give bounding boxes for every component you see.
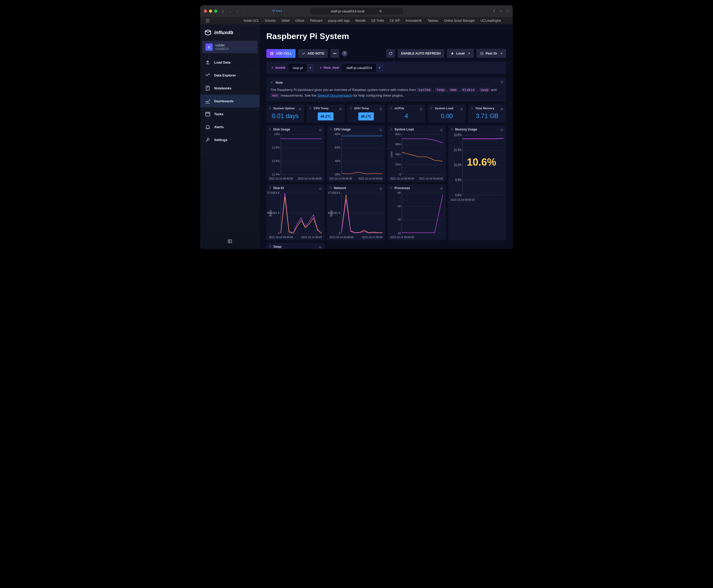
drag-handle-icon[interactable]: ⠿ (269, 245, 272, 249)
new-tab-icon[interactable]: ＋ (499, 9, 502, 14)
gear-icon[interactable]: ⚙ (420, 107, 423, 111)
gear-icon[interactable]: ⚙ (379, 107, 382, 111)
svg-text:10: 10 (398, 232, 401, 235)
host-label: ≡linux_host (316, 64, 342, 72)
gear-icon[interactable]: ⚙ (500, 107, 503, 111)
sidebar-item-notebooks[interactable]: Notebooks (200, 82, 259, 94)
drag-handle-icon[interactable]: ⠿ (269, 128, 272, 131)
bookmark[interactable]: Inside UCL (244, 19, 259, 22)
gear-icon[interactable]: ⚙ (379, 187, 382, 191)
gear-icon[interactable]: ⚙ (379, 128, 382, 132)
more-button[interactable]: ••• (330, 49, 339, 58)
nav-icon (205, 85, 211, 91)
bucket-dropdown[interactable]: ▾ (307, 64, 314, 72)
bookmark-bar: Inside UCL Volumio GMail Github Pinboard… (200, 17, 513, 24)
avatar: C (205, 43, 213, 50)
sidebar-item-load-data[interactable]: Load Data (200, 56, 259, 69)
bookmark[interactable]: Pinboard (310, 19, 322, 22)
maximize-icon[interactable] (214, 9, 217, 13)
site-settings-icon[interactable]: ••• (276, 8, 282, 14)
bookmark[interactable]: UCLreadinglist (481, 19, 501, 22)
chart-mem_usage: ⚙⠿Memory Usage9.6%9.8%10.2%10.4%10.6%10.… (448, 126, 506, 240)
bookmark[interactable]: CE Trello (371, 19, 384, 22)
drag-handle-icon[interactable]: ⠿ (330, 128, 333, 131)
bookmark[interactable]: Volumio (265, 19, 276, 22)
gear-icon[interactable]: ⚙ (500, 128, 503, 132)
gear-icon[interactable]: ⚙ (440, 187, 443, 191)
close-icon[interactable] (204, 9, 207, 13)
svg-text:0: 0 (339, 232, 340, 235)
drag-handle-icon[interactable]: ⠿ (271, 81, 274, 84)
help-icon[interactable]: ? (342, 50, 348, 56)
telegraf-docs-link[interactable]: Telegraf Documentation (317, 93, 353, 98)
chart-sys_load: ⚙⠿System LoadLoad020m40m60m80m2022-10-14… (387, 126, 446, 182)
gear-icon[interactable]: ⚙ (319, 128, 322, 132)
nav-icon (205, 111, 211, 117)
page-title: Raspberry Pi System (266, 31, 506, 41)
bookmark[interactable]: InnovateUK (405, 19, 422, 22)
gear-icon[interactable]: ⚙ (298, 107, 301, 111)
sidebar-item-tasks[interactable]: Tasks (200, 107, 259, 120)
bookmark[interactable]: Tableau (427, 19, 438, 22)
svg-rect-4 (272, 52, 273, 53)
gear-icon[interactable]: ⚙ (319, 246, 322, 249)
collapse-sidebar-icon[interactable] (228, 240, 232, 245)
forward-icon[interactable]: › (241, 8, 246, 14)
svg-rect-2 (228, 240, 232, 243)
reload-icon[interactable]: ↻ (379, 9, 382, 13)
chart-title: CPU Usage (334, 128, 351, 131)
svg-text:13%: 13% (274, 133, 280, 136)
sidebar-item-alerts[interactable]: Alerts (200, 120, 259, 133)
bookmark[interactable]: CE WP (390, 19, 400, 22)
bookmark[interactable]: Online Scout Manager (444, 19, 475, 22)
drag-handle-icon[interactable]: ⠿ (330, 186, 333, 190)
drag-handle-icon[interactable]: ⠿ (451, 128, 454, 131)
back-icon[interactable]: ‹ (235, 8, 240, 14)
svg-text:40%: 40% (335, 160, 340, 163)
gear-icon[interactable]: ⚙ (440, 128, 443, 132)
toolbar: ADD CELL ADD NOTE ••• ? ENABLE AUTO REFR… (266, 49, 506, 58)
bookmark[interactable]: GMail (281, 19, 289, 22)
sidebar-item-settings[interactable]: Settings (200, 133, 259, 146)
svg-text:12.6%: 12.6% (272, 160, 280, 163)
titlebar: ▯ ⌄ ‹ › ◎ ••• staff-pi-casa0014.local ↻ … (200, 5, 513, 17)
bookmark[interactable]: Moodle (355, 19, 365, 22)
time-range-dropdown[interactable]: Past 1h▾ (476, 49, 506, 58)
gear-icon[interactable]: ⚙ (500, 80, 503, 84)
add-note-button[interactable]: ADD NOTE (298, 49, 328, 58)
minimize-icon[interactable] (209, 9, 212, 13)
drag-handle-icon[interactable]: ⠿ (390, 186, 393, 190)
drag-handle-icon[interactable]: ⠿ (269, 186, 272, 190)
refresh-icon-button[interactable] (386, 49, 395, 58)
stat-cpu-temp: ⚙ ⠿CPU Temp 49.2℃ (307, 105, 344, 123)
auto-refresh-button[interactable]: ENABLE AUTO REFRESH (398, 49, 444, 58)
svg-text:40m: 40m (396, 153, 401, 156)
user-switcher[interactable]: C ucjtdjw casa0014 (202, 41, 257, 53)
sidebar-toggle-icon[interactable]: ▯ (220, 8, 226, 14)
brand-logo[interactable]: influxdb (200, 24, 259, 41)
chevron-down-icon[interactable]: ⌄ (227, 8, 234, 14)
chart-disk_io: ⚙⠿Disk IOBytes048.8281 K97.6563 K2022-10… (266, 184, 324, 240)
bookmark[interactable]: Github (295, 19, 304, 22)
add-cell-button[interactable]: ADD CELL (266, 49, 296, 58)
drag-handle-icon[interactable]: ⠿ (390, 128, 393, 131)
sidebar-item-data-explorer[interactable]: Data Explorer (200, 69, 259, 82)
svg-text:10.6%: 10.6% (454, 133, 461, 137)
timezone-dropdown[interactable]: Local▾ (447, 49, 474, 58)
svg-rect-1 (206, 112, 210, 116)
svg-rect-5 (271, 54, 272, 55)
sidebar-item-dashboards[interactable]: Dashboards (200, 94, 259, 107)
svg-text:12.4%: 12.4% (272, 173, 280, 176)
url-bar[interactable]: staff-pi-casa0014.local ↻ (310, 8, 403, 15)
chart-cpu_usage: ⚙⠿CPU Usage20%40%60%80%022-10-14 09:48:0… (327, 126, 385, 182)
gear-icon[interactable]: ⚙ (339, 107, 342, 111)
chart-title: Swap (273, 245, 281, 249)
tabs-icon[interactable]: ▢ (506, 9, 509, 14)
gear-icon[interactable]: ⚙ (319, 187, 322, 191)
share-icon[interactable]: ⇪ (492, 9, 496, 14)
host-dropdown[interactable]: ▾ (376, 64, 383, 72)
apps-grid-icon[interactable] (206, 19, 210, 22)
shield-icon[interactable]: ◎ (272, 8, 275, 14)
gear-icon[interactable]: ⚙ (460, 107, 463, 111)
bookmark[interactable]: popup with tags (328, 19, 350, 22)
